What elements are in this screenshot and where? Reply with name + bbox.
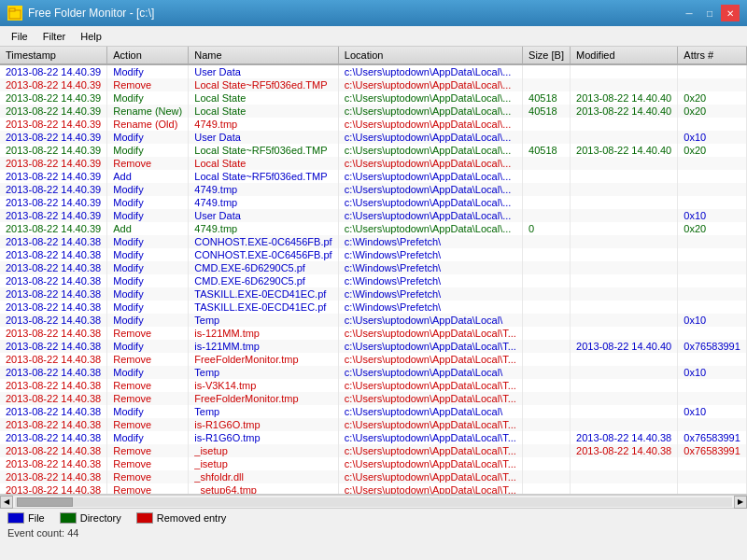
title-controls: ─ □ ✕ (680, 5, 740, 21)
table-container[interactable]: Timestamp Action Name Location Size [B] … (0, 47, 747, 495)
col-name[interactable]: Name (189, 47, 339, 64)
table-row[interactable]: 2013-08-22 14.40.38RemoveFreeFolderMonit… (0, 392, 747, 405)
scroll-right-arrow[interactable]: ▶ (734, 496, 747, 509)
table-row[interactable]: 2013-08-22 14.40.38ModifyCONHOST.EXE-0C6… (0, 248, 747, 261)
table-row[interactable]: 2013-08-22 14.40.38ModifyTASKILL.EXE-0EC… (0, 301, 747, 314)
menu-help[interactable]: Help (73, 29, 109, 44)
event-count: Event count: 44 (7, 527, 740, 539)
table-row[interactable]: 2013-08-22 14.40.39Rename (Old)4749.tmpc… (0, 118, 747, 131)
table-row[interactable]: 2013-08-22 14.40.38Remove_shfoldr.dllc:\… (0, 470, 747, 483)
maximize-button[interactable]: □ (700, 5, 719, 21)
table-row[interactable]: 2013-08-22 14.40.39ModifyUser Datac:\Use… (0, 64, 747, 78)
table-row[interactable]: 2013-08-22 14.40.39ModifyLocal State~RF5… (0, 144, 747, 157)
table-row[interactable]: 2013-08-22 14.40.38Removeis-121MM.tmpc:\… (0, 327, 747, 340)
table-row[interactable]: 2013-08-22 14.40.38ModifyTempc:\Users\up… (0, 314, 747, 327)
table-row[interactable]: 2013-08-22 14.40.38Modifyis-R1G6O.tmpc:\… (0, 431, 747, 444)
table-row[interactable]: 2013-08-22 14.40.39RemoveLocal State~RF5… (0, 78, 747, 91)
title-bar: Free Folder Monitor - [c:\] ─ □ ✕ (0, 0, 747, 26)
table-row[interactable]: 2013-08-22 14.40.38ModifyTempc:\Users\up… (0, 366, 747, 379)
legend-removed: Removed entry (136, 512, 227, 524)
scroll-left-arrow[interactable]: ◀ (0, 496, 13, 509)
close-button[interactable]: ✕ (721, 5, 740, 21)
status-bar: File Directory Removed entry Event count… (0, 508, 747, 556)
table-row[interactable]: 2013-08-22 14.40.38ModifyCMD.EXE-6D6290C… (0, 274, 747, 287)
table-row[interactable]: 2013-08-22 14.40.38Removeis-V3K14.tmpc:\… (0, 379, 747, 392)
legend-directory: Directory (60, 512, 121, 524)
table-row[interactable]: 2013-08-22 14.40.39ModifyUser Datac:\Use… (0, 209, 747, 222)
table-row[interactable]: 2013-08-22 14.40.38Remove_setup64.tmpc:\… (0, 483, 747, 495)
col-timestamp[interactable]: Timestamp (0, 47, 107, 64)
table-row[interactable]: 2013-08-22 14.40.38ModifyTempc:\Users\up… (0, 405, 747, 418)
table-row[interactable]: 2013-08-22 14.40.39Add4749.tmpc:\Users\u… (0, 222, 747, 235)
scroll-thumb[interactable] (17, 497, 73, 507)
table-row[interactable]: 2013-08-22 14.40.39Modify4749.tmpc:\User… (0, 196, 747, 209)
table-row[interactable]: 2013-08-22 14.40.39Modify4749.tmpc:\User… (0, 183, 747, 196)
legend-file: File (7, 512, 45, 524)
table-row[interactable]: 2013-08-22 14.40.38ModifyCONHOST.EXE-0C6… (0, 235, 747, 248)
menu-file[interactable]: File (4, 29, 35, 44)
legend-directory-color (60, 512, 77, 524)
menu-bar: File Filter Help (0, 26, 747, 47)
legend-directory-label: Directory (80, 512, 121, 524)
col-modified[interactable]: Modified (571, 47, 678, 64)
minimize-button[interactable]: ─ (680, 5, 698, 21)
table-row[interactable]: 2013-08-22 14.40.38ModifyTASKILL.EXE-0EC… (0, 287, 747, 301)
svg-rect-1 (9, 8, 15, 11)
legend-file-label: File (28, 512, 45, 524)
table-header-row: Timestamp Action Name Location Size [B] … (0, 47, 747, 64)
table-row[interactable]: 2013-08-22 14.40.39ModifyLocal Statec:\U… (0, 91, 747, 105)
legend-removed-label: Removed entry (157, 512, 227, 524)
table-row[interactable]: 2013-08-22 14.40.39RemoveLocal Statec:\U… (0, 157, 747, 170)
table-row[interactable]: 2013-08-22 14.40.38RemoveFreeFolderMonit… (0, 353, 747, 366)
col-location[interactable]: Location (338, 47, 522, 64)
table-body: 2013-08-22 14.40.39ModifyUser Datac:\Use… (0, 64, 747, 495)
legend-file-color (7, 512, 24, 524)
table-row[interactable]: 2013-08-22 14.40.38Remove_isetupc:\Users… (0, 457, 747, 470)
menu-filter[interactable]: Filter (35, 29, 73, 44)
table-row[interactable]: 2013-08-22 14.40.38Removeis-R1G6O.tmpc:\… (0, 418, 747, 431)
horizontal-scrollbar[interactable]: ◀ ▶ (0, 495, 747, 508)
table-row[interactable]: 2013-08-22 14.40.39AddLocal State~RF5f03… (0, 170, 747, 183)
app-title: Free Folder Monitor - [c:\] (28, 7, 154, 20)
scroll-track[interactable] (15, 497, 732, 507)
table-row[interactable]: 2013-08-22 14.40.38Remove_isetupc:\Users… (0, 444, 747, 457)
app-icon (7, 6, 22, 21)
title-bar-left: Free Folder Monitor - [c:\] (7, 6, 154, 21)
table-row[interactable]: 2013-08-22 14.40.38ModifyCMD.EXE-6D6290C… (0, 261, 747, 274)
legend-removed-color (136, 512, 153, 524)
table-row[interactable]: 2013-08-22 14.40.39ModifyUser Datac:\Use… (0, 131, 747, 144)
table-row[interactable]: 2013-08-22 14.40.39Rename (New)Local Sta… (0, 105, 747, 118)
table-row[interactable]: 2013-08-22 14.40.38Modifyis-121MM.tmpc:\… (0, 340, 747, 353)
col-attrs[interactable]: Attrs # (678, 47, 747, 64)
events-table: Timestamp Action Name Location Size [B] … (0, 47, 747, 495)
col-size[interactable]: Size [B] (523, 47, 571, 64)
col-action[interactable]: Action (107, 47, 189, 64)
legend: File Directory Removed entry (7, 512, 740, 524)
